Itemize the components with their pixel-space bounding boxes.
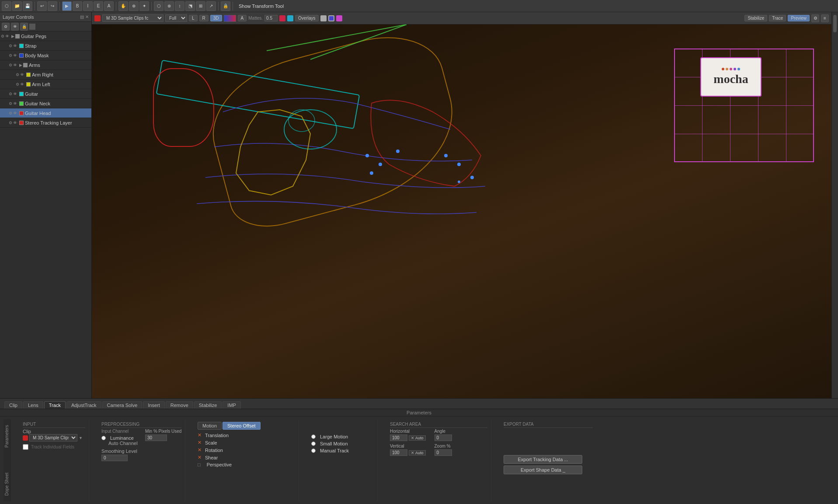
mattes-value[interactable] <box>264 15 278 21</box>
toolbar-btn-shape6[interactable]: ↗ <box>206 1 216 11</box>
min-pixels-input[interactable] <box>145 434 167 441</box>
small-motion-radio[interactable] <box>311 441 316 446</box>
zoom-input[interactable] <box>435 449 452 456</box>
layer-row-arm-left[interactable]: ⚙ 👁 Arm Left <box>0 80 91 89</box>
settings-icon[interactable]: ⚙ <box>811 14 819 22</box>
tab-imp[interactable]: IMP <box>223 401 241 409</box>
clip-dropdown-arrow[interactable]: ▼ <box>79 436 83 440</box>
eye-icon-0[interactable]: 👁 <box>5 34 10 38</box>
translation-check[interactable]: ✕ <box>198 432 202 438</box>
layer-row-arms[interactable]: ⚙ 👁 ▶ Arms <box>0 60 91 70</box>
gear-icon-5[interactable]: ⚙ <box>16 82 19 87</box>
large-motion-radio[interactable] <box>311 434 316 439</box>
tab-remove[interactable]: Remove <box>166 401 193 409</box>
view-mode-select[interactable]: Full <box>165 14 187 22</box>
eye-icon-3[interactable]: 👁 <box>13 63 18 67</box>
eye-icon-7[interactable]: 👁 <box>13 101 18 106</box>
scale-check[interactable]: ✕ <box>198 440 202 445</box>
toolbar-btn-shape3[interactable]: ↕ <box>175 1 184 11</box>
eye-icon-9[interactable]: 👁 <box>13 121 18 125</box>
right-scrollbar[interactable] <box>833 15 837 32</box>
horizontal-auto-btn[interactable]: ✕ Auto <box>409 435 426 441</box>
arrow-icon-3[interactable]: ▶ <box>19 63 22 67</box>
toolbar-btn-shape2[interactable]: ⊗ <box>164 1 174 11</box>
toolbar-btn-open[interactable]: 📁 <box>12 1 22 11</box>
vertical-input[interactable] <box>390 449 407 456</box>
angle-input[interactable] <box>435 434 452 441</box>
tab-insert[interactable]: Insert <box>143 401 165 409</box>
vertical-auto-btn[interactable]: ✕ Auto <box>409 450 426 455</box>
toolbar-btn-transform[interactable]: ✦ <box>139 1 149 11</box>
toolbar-btn-shape5[interactable]: ⊞ <box>196 1 205 11</box>
eye-icon-8[interactable]: 👁 <box>13 111 18 115</box>
gear-icon-3[interactable]: ⚙ <box>9 63 12 67</box>
layer-controls-icon-1[interactable]: ▤ <box>80 14 84 19</box>
shear-check[interactable]: ✕ <box>198 455 202 460</box>
export-shape-btn[interactable]: Export Shape Data _ <box>504 466 582 474</box>
toolbar-btn-i[interactable]: I <box>83 1 93 11</box>
layer-row-guitar-pegs[interactable]: ⚙ 👁 ▶ Guitar Pegs <box>0 31 91 41</box>
eye-icon-6[interactable]: 👁 <box>13 92 18 96</box>
input-clip-select[interactable]: M 3D Sample Clips <box>29 434 77 441</box>
gear-icon-6[interactable]: ⚙ <box>9 92 12 96</box>
layer-lock-btn[interactable]: 🔒 <box>20 23 28 31</box>
view-3d-btn[interactable]: 3D <box>210 15 222 21</box>
toolbar-btn-b[interactable]: B <box>73 1 82 11</box>
alpha-btn[interactable]: A <box>238 15 247 21</box>
arrow-icon-0[interactable]: ▶ <box>11 34 14 38</box>
layer-settings-btn[interactable]: ⚙ <box>2 23 10 31</box>
rotation-check[interactable]: ✕ <box>198 447 202 453</box>
extra-btn[interactable]: ≡ <box>821 14 829 22</box>
manual-track-radio[interactable] <box>311 448 316 453</box>
motion-tab-motion[interactable]: Motion <box>198 422 222 430</box>
layer-row-strap[interactable]: ⚙ 👁 Strap <box>0 41 91 51</box>
tab-lens[interactable]: Lens <box>23 401 43 409</box>
layer-row-guitar[interactable]: ⚙ 👁 Guitar <box>0 89 91 99</box>
layer-row-stereo-tracking[interactable]: ⚙ 👁 Stereo Tracking Layer <box>0 118 91 128</box>
toolbar-btn-1[interactable]: ⬡ <box>2 1 11 11</box>
layer-eye-btn[interactable]: 👁 <box>11 23 19 31</box>
layer-controls-icon-2[interactable]: ✕ <box>85 14 89 19</box>
layer-color-btn[interactable] <box>29 24 35 30</box>
preview-btn[interactable]: Preview <box>788 15 810 21</box>
gear-icon-2[interactable]: ⚙ <box>9 53 12 58</box>
toolbar-btn-redo[interactable]: ↪ <box>48 1 57 11</box>
toolbar-btn-zoom[interactable]: ⊕ <box>129 1 139 11</box>
horizontal-input[interactable] <box>390 434 407 441</box>
gear-icon-1[interactable]: ⚙ <box>9 44 12 48</box>
overlays-btn[interactable]: Overlays <box>295 15 318 21</box>
toolbar-btn-e[interactable]: E <box>94 1 103 11</box>
smoothing-input[interactable] <box>101 455 128 461</box>
view-r-btn[interactable]: R <box>199 15 209 21</box>
tab-stabilize[interactable]: Stabilize <box>194 401 222 409</box>
toolbar-btn-select[interactable]: ▶ <box>62 1 72 11</box>
gear-icon-7[interactable]: ⚙ <box>9 101 12 106</box>
tab-track[interactable]: Track <box>44 401 66 409</box>
toolbar-btn-shape4[interactable]: ⬔ <box>185 1 195 11</box>
layer-row-guitar-head[interactable]: ⚙ 👁 Guitar Head <box>0 108 91 118</box>
motion-tab-stereo[interactable]: Stereo Offset <box>223 422 261 430</box>
eye-icon-5[interactable]: 👁 <box>20 82 25 87</box>
eye-icon-4[interactable]: 👁 <box>20 73 25 77</box>
export-tracking-btn[interactable]: Export Tracking Data ... <box>504 455 582 464</box>
trace-btn[interactable]: Trace <box>769 15 786 21</box>
right-scrollbar-thumb[interactable] <box>833 15 837 32</box>
gear-icon-4[interactable]: ⚙ <box>16 73 19 77</box>
toolbar-btn-a[interactable]: A <box>104 1 114 11</box>
eye-icon-2[interactable]: 👁 <box>13 53 18 58</box>
luminance-radio[interactable] <box>101 436 106 440</box>
view-l-btn[interactable]: L <box>189 15 198 21</box>
tab-camera-solve[interactable]: Camera Solve <box>102 401 143 409</box>
toolbar-btn-lock[interactable]: 🔒 <box>221 1 230 11</box>
track-individual-checkbox[interactable] <box>23 444 28 450</box>
tab-clip[interactable]: Clip <box>4 401 22 409</box>
toolbar-btn-shape1[interactable]: ⬡ <box>154 1 163 11</box>
toolbar-btn-save[interactable]: 💾 <box>23 1 32 11</box>
stabilize-btn[interactable]: Stabilize <box>744 15 767 21</box>
gear-icon-0[interactable]: ⚙ <box>1 34 4 38</box>
toolbar-btn-undo[interactable]: ↩ <box>37 1 47 11</box>
layer-row-arm-right[interactable]: ⚙ 👁 Arm Right <box>0 70 91 80</box>
layer-row-guitar-neck[interactable]: ⚙ 👁 Guitar Neck <box>0 99 91 108</box>
layer-row-body-mask[interactable]: ⚙ 👁 Body Mask <box>0 51 91 60</box>
toolbar-btn-pan[interactable]: ✋ <box>118 1 128 11</box>
